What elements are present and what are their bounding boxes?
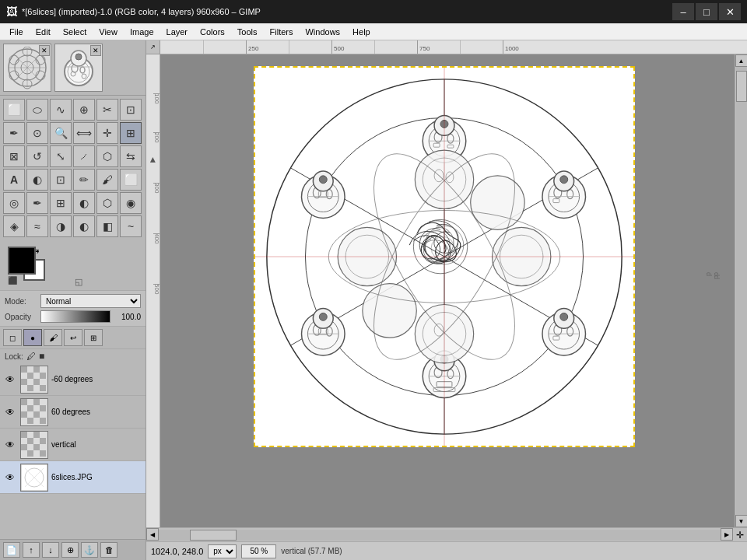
brush-mode-btn-2[interactable]: ●	[23, 329, 42, 346]
menu-item-filters[interactable]: Filters	[264, 23, 300, 40]
tool-ellipse-select[interactable]: ⬭	[26, 99, 48, 121]
tool-blur[interactable]: ◉	[120, 192, 142, 214]
tool-zoom[interactable]: 🔍	[50, 122, 72, 144]
brush-mode-btn-4[interactable]: ↩	[64, 329, 82, 346]
tool-pencil[interactable]: ✏	[73, 169, 95, 191]
tool-sharpen[interactable]: ◈	[3, 215, 25, 237]
tool-paintbrush[interactable]: 🖌	[96, 169, 118, 191]
tool-eraser[interactable]: ⬜	[120, 169, 142, 191]
zoom-input[interactable]	[241, 544, 276, 558]
v-scrollbar-thumb[interactable]	[736, 71, 747, 102]
svg-rect-38	[33, 411, 40, 418]
menu-item-select[interactable]: Select	[57, 23, 93, 40]
layer-raise-btn[interactable]: ↑	[23, 542, 40, 558]
menu-item-colors[interactable]: Colors	[194, 23, 231, 40]
tool-smudge[interactable]: ≈	[26, 215, 48, 237]
layer-new-btn[interactable]: 📄	[3, 542, 20, 558]
tool-burn[interactable]: ◐	[73, 215, 95, 237]
svg-rect-44	[40, 438, 46, 444]
tool-scissors[interactable]: ✂	[96, 99, 118, 121]
menu-item-view[interactable]: View	[93, 23, 124, 40]
lock-alpha-icon[interactable]: ■	[39, 351, 44, 362]
tool-measure[interactable]: ⟺	[73, 122, 95, 144]
tool-flip[interactable]: ⇆	[120, 145, 142, 167]
tool-bucket[interactable]: ⊡	[50, 169, 72, 191]
tool-shear[interactable]: ⟋	[73, 145, 95, 167]
brush-mode-btn-1[interactable]: ◻	[3, 329, 22, 346]
h-scroll-track[interactable]	[159, 530, 721, 541]
svg-rect-34	[33, 399, 40, 405]
right-edge-text: ddd	[705, 272, 721, 278]
tool-perspective[interactable]: ⬡	[96, 145, 118, 167]
ruler-v: ◀ 100 200 300 400 500	[146, 54, 160, 527]
lock-pen-icon[interactable]: 🖊	[26, 351, 36, 362]
canvas-scroll-area[interactable]: ddd	[160, 54, 735, 527]
tool-move[interactable]: ✛	[96, 122, 118, 144]
tool-fuzzy-select[interactable]: ⊕	[73, 99, 95, 121]
layer-visibility-1[interactable]: 👁	[3, 373, 17, 387]
tool-color-balance[interactable]: ◧	[96, 215, 118, 237]
preview-bb8[interactable]: ✕	[54, 44, 103, 92]
layer-item-2[interactable]: 👁 60 degrees	[0, 396, 146, 429]
tool-rect-select[interactable]: ⬜	[3, 99, 25, 121]
menu-item-tools[interactable]: Tools	[231, 23, 264, 40]
close-button[interactable]: ✕	[719, 3, 741, 20]
menu-item-help[interactable]: Help	[346, 23, 377, 40]
tool-dodge[interactable]: ◑	[50, 215, 72, 237]
tool-airbrush[interactable]: ◎	[3, 192, 25, 214]
nav-icon[interactable]: ✛	[733, 528, 747, 542]
menu-item-file[interactable]: File	[3, 23, 30, 40]
preview-fractal[interactable]: ✕	[3, 44, 51, 92]
tool-foreground-select[interactable]: ⊡	[120, 99, 142, 121]
tool-align[interactable]: ⊞	[120, 122, 142, 144]
menu-item-windows[interactable]: Windows	[299, 23, 346, 40]
tool-rotate[interactable]: ↺	[26, 145, 48, 167]
layer-lower-btn[interactable]: ↓	[42, 542, 59, 558]
preview-close-2[interactable]: ✕	[90, 45, 101, 56]
maximize-button[interactable]: □	[696, 3, 717, 20]
tool-scale[interactable]: ⤡	[50, 145, 72, 167]
layer-visibility-3[interactable]: 👁	[3, 438, 17, 452]
title-bar-controls[interactable]: – □ ✕	[672, 3, 741, 20]
layer-duplicate-btn[interactable]: ⊕	[61, 542, 79, 558]
opacity-slider[interactable]	[40, 310, 110, 323]
tool-ink[interactable]: ✒	[26, 192, 48, 214]
menu-item-image[interactable]: Image	[124, 23, 160, 40]
brush-mode-btn-5[interactable]: ⊞	[84, 329, 103, 346]
canvas-scroll-left-btn[interactable]: ◀	[146, 528, 159, 541]
h-scroll-thumb[interactable]	[190, 530, 237, 541]
v-scrollbar[interactable]: ▲ ▼	[735, 54, 747, 527]
layer-anchor-btn[interactable]: ⚓	[81, 542, 98, 558]
tool-text[interactable]: A	[3, 169, 25, 191]
tool-perspective-clone[interactable]: ⬡	[96, 192, 118, 214]
menu-item-layer[interactable]: Layer	[160, 23, 195, 40]
tool-blend[interactable]: ◐	[26, 169, 48, 191]
tool-crop[interactable]: ⊠	[3, 145, 25, 167]
brush-mode-btn-3[interactable]: 🖌	[44, 329, 62, 346]
layer-item-1[interactable]: 👁 -60 degrees	[0, 363, 146, 396]
layer-visibility-4[interactable]: 👁	[3, 471, 17, 485]
tool-heal[interactable]: ◐	[73, 192, 95, 214]
tool-clone[interactable]: ⊞	[50, 192, 72, 214]
layer-item-4[interactable]: 👁 6slices.JPG	[0, 461, 146, 494]
layer-visibility-2[interactable]: 👁	[3, 405, 17, 419]
tool-paths[interactable]: ✒	[3, 122, 25, 144]
v-scrollbar-down[interactable]: ▼	[735, 515, 748, 527]
fg-color[interactable]	[8, 247, 36, 275]
v-scrollbar-up[interactable]: ▲	[735, 54, 748, 67]
menu-item-edit[interactable]: Edit	[30, 23, 57, 40]
canvas-scroll-right-btn[interactable]: ▶	[721, 528, 733, 541]
mode-select[interactable]: Normal	[40, 294, 141, 308]
minimize-button[interactable]: –	[672, 3, 694, 20]
preview-close-1[interactable]: ✕	[39, 45, 50, 56]
svg-rect-25	[33, 366, 40, 373]
tool-free-select[interactable]: ∿	[50, 99, 72, 121]
ruler-corner[interactable]: ↗	[146, 40, 160, 54]
layer-delete-btn[interactable]: 🗑	[100, 542, 117, 558]
tool-color-picker[interactable]: ⊙	[26, 122, 48, 144]
color-reset-icon[interactable]: ⬛	[8, 276, 17, 285]
tool-warp[interactable]: ~	[120, 215, 142, 237]
v-scrollbar-track[interactable]	[736, 67, 747, 515]
layer-item-3[interactable]: 👁 vertical	[0, 429, 146, 461]
unit-select[interactable]: px	[208, 544, 237, 558]
